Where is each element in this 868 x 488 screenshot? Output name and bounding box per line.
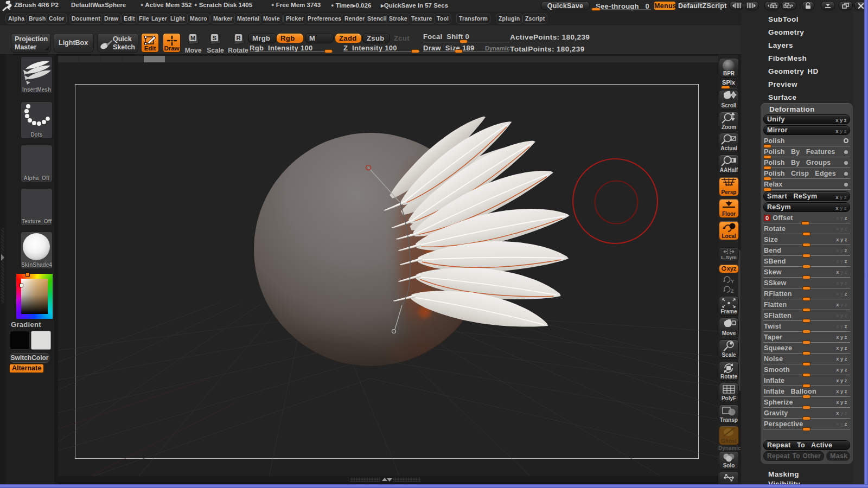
svg-text:S: S: [213, 35, 216, 41]
svg-text:Z: Z: [731, 288, 734, 294]
svg-text:R: R: [237, 35, 241, 41]
svg-text:Y: Y: [731, 279, 734, 284]
svg-text:M: M: [190, 35, 195, 41]
